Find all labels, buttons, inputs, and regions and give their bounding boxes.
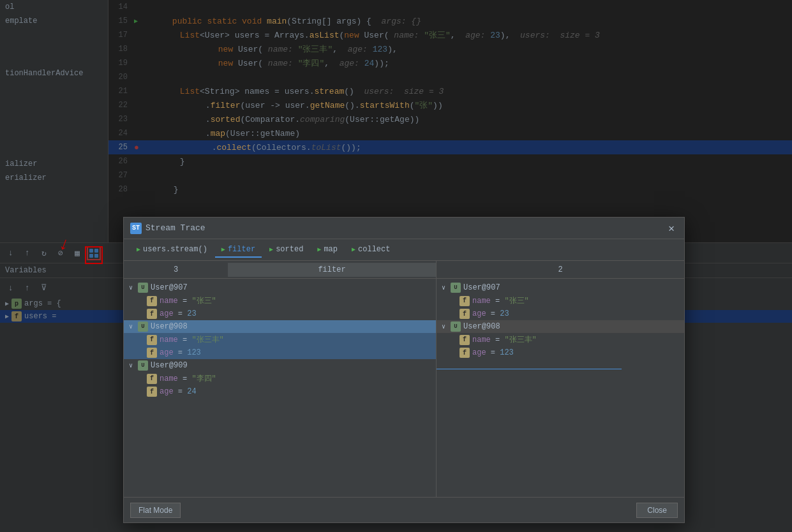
chevron-909-left: ∨ <box>129 362 138 369</box>
obj-icon-909-left: U <box>138 360 148 371</box>
tree-name-909-left: f name = "李四" <box>124 372 436 385</box>
right-stream-panel: 2 ∨ U User@907 f name = "张三" <box>437 261 684 497</box>
dialog-close-button[interactable]: ✕ <box>665 222 678 235</box>
right-panel-body: ∨ U User@907 f name = "张三" f age <box>437 279 684 497</box>
obj-icon-907-left: U <box>138 283 148 293</box>
right-panel-header: 2 <box>437 261 684 279</box>
tree-age-text-907: age = 23 <box>160 309 197 318</box>
tree-name-908-left: f name = "张三丰" <box>124 333 436 346</box>
tree-name-text-909: name = "李四" <box>160 373 216 384</box>
panels-row: 3 filter ∨ U User@907 f name = "张三" <box>124 261 684 497</box>
obj-icon-908-left: U <box>138 321 148 332</box>
tree-text-908-left: User@908 <box>151 322 188 331</box>
right-panel-count: 2 <box>437 265 684 274</box>
tree-text-909-left: User@909 <box>151 361 188 370</box>
tree-age-text-908-r: age = 123 <box>472 348 514 357</box>
chevron-908-left: ∨ <box>129 323 138 330</box>
tree-name-908-right: f name = "张三丰" <box>437 333 684 346</box>
f-icon-name-907-r: f <box>460 296 470 306</box>
tree-text-907-right: User@907 <box>463 283 500 292</box>
f-icon-age-908-r: f <box>460 348 470 358</box>
f-icon-name-907: f <box>147 296 157 306</box>
close-button[interactable]: Close <box>636 503 678 518</box>
tab-play-icon-3: ▶ <box>317 246 321 253</box>
dialog-title-text: Stream Trace <box>146 223 665 233</box>
tree-age-908-left: f age = 123 <box>124 346 436 359</box>
tree-user909-left[interactable]: ∨ U User@909 <box>124 359 436 372</box>
tab-collect[interactable]: ▶ collect <box>345 242 396 258</box>
tree-name-text-907: name = "张三" <box>160 295 216 306</box>
dialog-icon: ST <box>130 223 142 234</box>
tab-play-icon-1: ▶ <box>221 246 225 253</box>
tree-text-908-right: User@908 <box>463 322 500 331</box>
connector-line <box>437 369 622 369</box>
left-panel-count: 3 <box>124 265 228 274</box>
tree-user908-right[interactable]: ∨ U User@908 <box>437 320 684 333</box>
f-icon-age-908: f <box>147 348 157 358</box>
left-panel-body: ∨ U User@907 f name = "张三" f age <box>124 279 436 497</box>
f-icon-age-909: f <box>147 387 157 397</box>
f-icon-name-908: f <box>147 335 157 345</box>
tree-name-text-908-r: name = "张三丰" <box>472 334 537 345</box>
tree-age-text-908: age = 123 <box>160 348 201 357</box>
f-icon-age-907: f <box>147 309 157 319</box>
stream-trace-dialog: ST Stream Trace ✕ ▶ users.stream() ▶ fil… <box>123 217 685 523</box>
dialog-content: 3 filter ∨ U User@907 f name = "张三" <box>124 261 684 497</box>
tab-play-icon-4: ▶ <box>352 246 355 253</box>
tree-name-text-907-r: name = "张三" <box>472 295 529 306</box>
chevron-908-right: ∨ <box>442 323 451 330</box>
tree-name-907-right: f name = "张三" <box>437 294 684 307</box>
tree-age-text-907-r: age = 23 <box>472 309 509 318</box>
tab-users-stream[interactable]: ▶ users.stream() <box>130 242 214 258</box>
tree-user907-right[interactable]: ∨ U User@907 <box>437 281 684 294</box>
f-icon-age-907-r: f <box>460 309 470 319</box>
obj-icon-907-right: U <box>451 283 461 293</box>
tree-age-907-left: f age = 23 <box>124 307 436 320</box>
f-icon-name-908-r: f <box>460 335 470 345</box>
tree-age-909-left: f age = 24 <box>124 385 436 398</box>
dialog-tabs: ▶ users.stream() ▶ filter ▶ sorted ▶ map… <box>124 239 684 261</box>
tree-text-907-left: User@907 <box>151 283 188 292</box>
tab-play-icon-0: ▶ <box>137 246 140 253</box>
left-panel-header: 3 filter <box>124 261 436 279</box>
dialog-footer: Flat Mode Close <box>124 497 684 522</box>
tree-name-text-908: name = "张三丰" <box>160 334 224 345</box>
tab-map[interactable]: ▶ map <box>311 242 344 258</box>
tab-sorted[interactable]: ▶ sorted <box>263 242 310 258</box>
tree-age-text-909: age = 24 <box>160 387 197 396</box>
chevron-907-right: ∨ <box>442 284 451 292</box>
tab-filter[interactable]: ▶ filter <box>215 242 262 258</box>
red-box-annotation <box>85 246 103 264</box>
chevron-907-left: ∨ <box>129 284 138 292</box>
tab-play-icon-2: ▶ <box>269 246 273 253</box>
tree-age-908-right: f age = 123 <box>437 346 684 359</box>
tree-age-907-right: f age = 23 <box>437 307 684 320</box>
obj-icon-908-right: U <box>451 321 461 332</box>
f-icon-name-909: f <box>147 374 157 384</box>
flat-mode-button[interactable]: Flat Mode <box>130 503 181 518</box>
tree-user907-left[interactable]: ∨ U User@907 <box>124 281 436 294</box>
dialog-title-bar: ST Stream Trace ✕ <box>124 218 684 239</box>
tree-name-907-left: f name = "张三" <box>124 294 436 307</box>
left-panel-label: filter <box>228 263 436 277</box>
tree-user908-left[interactable]: ∨ U User@908 <box>124 320 436 333</box>
left-stream-panel: 3 filter ∨ U User@907 f name = "张三" <box>124 261 437 497</box>
